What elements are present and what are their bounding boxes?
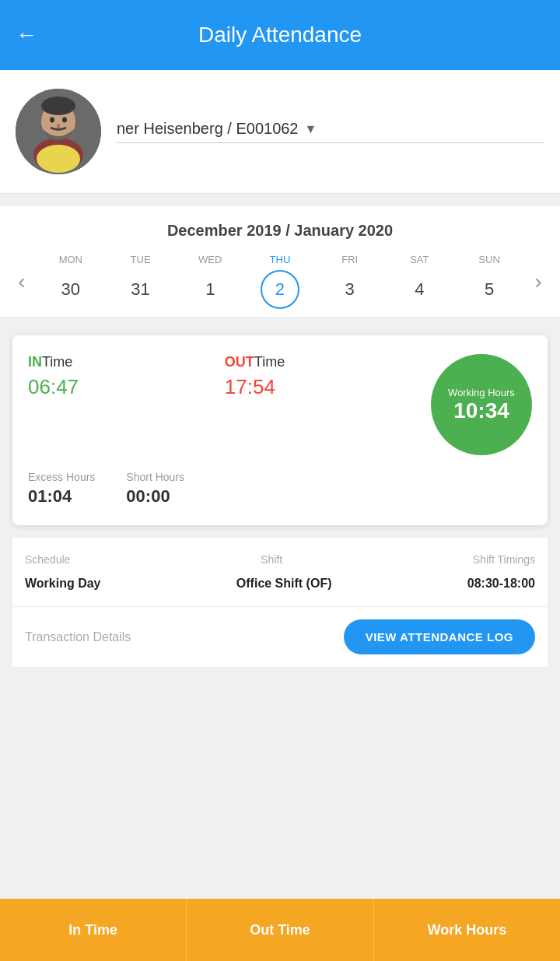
- day-number: 31: [121, 270, 160, 309]
- bottom-tab-out-time[interactable]: Out Time: [187, 899, 373, 961]
- shift-value: Office Shift (OF): [236, 577, 332, 591]
- short-value: 00:00: [126, 486, 184, 507]
- shift-label: Shift: [261, 553, 282, 566]
- schedule-labels-row: Schedule Shift Shift Timings: [25, 553, 535, 570]
- day-number: 30: [51, 270, 90, 309]
- employee-name-text: ner Heisenberg / E001062: [117, 120, 299, 138]
- in-prefix: IN: [28, 354, 42, 370]
- bottom-tab-in-time[interactable]: In Time: [0, 899, 187, 961]
- day-name: THU: [270, 254, 291, 265]
- day-name: MON: [59, 254, 82, 265]
- bottom-tab-bar: In TimeOut TimeWork Hours: [0, 899, 560, 961]
- employee-info: ner Heisenberg / E001062 ▼: [117, 120, 544, 143]
- schedule-section: Schedule Shift Shift Timings Working Day…: [12, 538, 548, 606]
- profile-section: ner Heisenberg / E001062 ▼: [0, 70, 560, 194]
- divider-2: [0, 317, 560, 323]
- in-time-block: INTime 06:47: [28, 354, 79, 399]
- excess-hours-block: Excess Hours 01:04: [28, 471, 95, 507]
- day-number: 2: [261, 270, 299, 309]
- calendar-section: December 2019 / January 2020 ‹ MON 30 TU…: [0, 206, 560, 317]
- day-number: 4: [400, 270, 439, 309]
- schedule-col-2-label: Shift: [261, 553, 282, 570]
- back-button[interactable]: ←: [16, 23, 37, 47]
- avatar-image: [16, 89, 101, 174]
- view-attendance-log-button[interactable]: VIEW ATTENDANCE LOG: [344, 619, 535, 654]
- shift-timings-label: Shift Timings: [473, 553, 535, 566]
- day-number: 1: [191, 270, 229, 309]
- out-prefix: OUT: [225, 354, 254, 370]
- out-time-block: OUTTime 17:54: [225, 354, 285, 399]
- schedule-value: Working Day: [25, 577, 101, 591]
- schedule-col-3-label: Shift Timings: [473, 553, 535, 570]
- day-number: 5: [470, 270, 509, 309]
- day-number: 3: [331, 270, 369, 309]
- in-time-label: INTime: [28, 354, 79, 370]
- employee-name[interactable]: ner Heisenberg / E001062 ▼: [117, 120, 544, 143]
- svg-point-2: [37, 145, 80, 173]
- calendar-next-button[interactable]: ›: [524, 269, 552, 294]
- schedule-col-2-value: Office Shift (OF): [236, 577, 332, 591]
- extra-row: Excess Hours 01:04 Short Hours 00:00: [28, 471, 532, 507]
- day-name: TUE: [131, 254, 151, 265]
- in-time-value: 06:47: [28, 375, 79, 399]
- header: ← Daily Attendance: [0, 0, 560, 70]
- calendar-day-5[interactable]: SUN 5: [470, 254, 509, 309]
- excess-label: Excess Hours: [28, 471, 95, 483]
- short-label: Short Hours: [126, 471, 184, 483]
- working-hours-circle: Working Hours 10:34: [431, 354, 532, 455]
- action-row: Transaction Details VIEW ATTENDANCE LOG: [12, 606, 548, 667]
- time-row: INTime 06:47 OUTTime 17:54 Working Hours…: [28, 354, 532, 455]
- day-name: WED: [198, 254, 222, 265]
- out-time-suffix: Time: [254, 354, 285, 370]
- bottom-spacer: [0, 667, 560, 737]
- bottom-tab-work-hours[interactable]: Work Hours: [374, 899, 560, 961]
- calendar-day-31[interactable]: TUE 31: [121, 254, 160, 309]
- calendar-day-3[interactable]: FRI 3: [331, 254, 369, 309]
- schedule-col-1-label: Schedule: [25, 553, 70, 570]
- excess-value: 01:04: [28, 486, 95, 507]
- in-time-suffix: Time: [42, 354, 72, 370]
- schedule-col-1-value: Working Day: [25, 577, 101, 591]
- calendar-week: ‹ MON 30 TUE 31 WED 1 THU 2 FRI 3 SAT 4 …: [0, 254, 560, 309]
- schedule-label: Schedule: [25, 553, 70, 566]
- day-name: SUN: [478, 254, 499, 265]
- calendar-month: December 2019 / January 2020: [0, 222, 560, 240]
- calendar-prev-button[interactable]: ‹: [8, 269, 36, 294]
- calendar-day-30[interactable]: MON 30: [51, 254, 90, 309]
- schedule-col-3-value: 08:30-18:00: [467, 577, 535, 591]
- day-name: SAT: [410, 254, 429, 265]
- employee-dropdown-arrow[interactable]: ▼: [305, 122, 317, 136]
- schedule-values-row: Working Day Office Shift (OF) 08:30-18:0…: [25, 577, 535, 591]
- svg-point-7: [57, 124, 60, 128]
- attendance-card: INTime 06:47 OUTTime 17:54 Working Hours…: [12, 335, 548, 525]
- svg-point-4: [41, 96, 75, 115]
- calendar-day-1[interactable]: WED 1: [191, 254, 229, 309]
- avatar: [16, 89, 101, 174]
- shift-timings-value: 08:30-18:00: [467, 577, 535, 591]
- divider-1: [0, 194, 560, 200]
- transaction-details-link[interactable]: Transaction Details: [25, 630, 131, 644]
- day-name: FRI: [341, 254, 358, 265]
- calendar-day-4[interactable]: SAT 4: [400, 254, 439, 309]
- short-hours-block: Short Hours 00:00: [126, 471, 184, 507]
- calendar-days: MON 30 TUE 31 WED 1 THU 2 FRI 3 SAT 4 SU…: [36, 254, 524, 309]
- working-hours-value: 10:34: [453, 398, 509, 423]
- svg-point-6: [62, 117, 67, 123]
- svg-point-5: [50, 117, 54, 123]
- working-hours-label: Working Hours: [448, 387, 515, 398]
- out-time-value: 17:54: [225, 375, 285, 399]
- page-title: Daily Attendance: [53, 23, 507, 47]
- calendar-day-2[interactable]: THU 2: [261, 254, 299, 309]
- out-time-label: OUTTime: [225, 354, 285, 370]
